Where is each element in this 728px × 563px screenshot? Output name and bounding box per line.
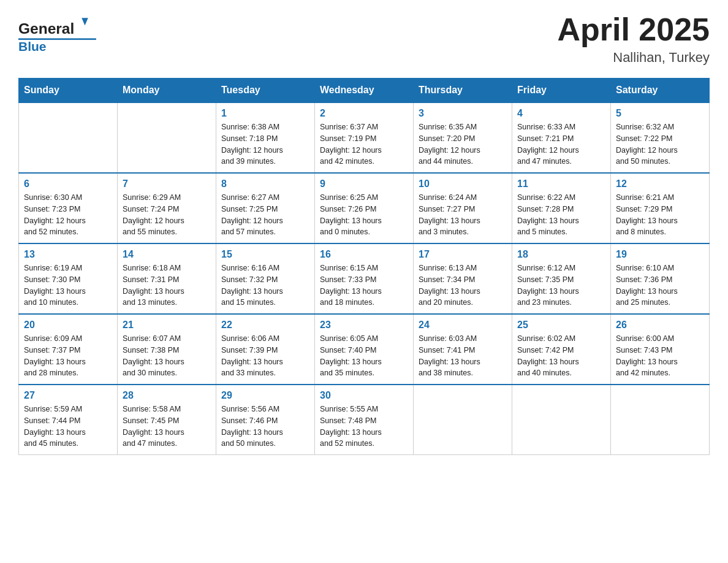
day-number: 5 — [616, 108, 704, 119]
day-info: Sunrise: 6:24 AMSunset: 7:27 PMDaylight:… — [419, 192, 507, 238]
day-info: Sunrise: 6:10 AMSunset: 7:36 PMDaylight:… — [616, 262, 704, 308]
day-number: 4 — [517, 108, 605, 119]
day-number: 14 — [123, 249, 211, 260]
calendar-cell: 6Sunrise: 6:30 AMSunset: 7:23 PMDaylight… — [19, 173, 118, 243]
day-info: Sunrise: 6:25 AMSunset: 7:26 PMDaylight:… — [320, 192, 408, 238]
day-number: 7 — [123, 178, 211, 190]
week-row-2: 6Sunrise: 6:30 AMSunset: 7:23 PMDaylight… — [19, 173, 710, 243]
day-info: Sunrise: 5:58 AMSunset: 7:45 PMDaylight:… — [123, 404, 211, 450]
calendar-cell: 11Sunrise: 6:22 AMSunset: 7:28 PMDayligh… — [512, 173, 611, 243]
calendar-cell: 9Sunrise: 6:25 AMSunset: 7:26 PMDaylight… — [315, 173, 414, 243]
calendar-cell: 4Sunrise: 6:33 AMSunset: 7:21 PMDaylight… — [512, 102, 611, 173]
day-number: 6 — [24, 178, 112, 190]
calendar-cell — [414, 385, 512, 455]
day-number: 13 — [24, 249, 112, 260]
day-number: 18 — [517, 249, 605, 260]
day-number: 8 — [221, 178, 309, 190]
day-number: 9 — [320, 178, 408, 190]
header-friday: Friday — [512, 79, 611, 103]
calendar-table: Sunday Monday Tuesday Wednesday Thursday… — [18, 78, 710, 455]
day-number: 15 — [221, 249, 309, 260]
calendar-cell: 21Sunrise: 6:07 AMSunset: 7:38 PMDayligh… — [118, 314, 216, 385]
page-header: General Blue April 2025 Nallihan, Turkey — [18, 12, 710, 66]
logo-svg: General Blue — [18, 12, 104, 55]
day-info: Sunrise: 6:07 AMSunset: 7:38 PMDaylight:… — [123, 333, 211, 379]
calendar-cell: 28Sunrise: 5:58 AMSunset: 7:45 PMDayligh… — [118, 385, 216, 455]
day-info: Sunrise: 6:32 AMSunset: 7:22 PMDaylight:… — [616, 121, 704, 167]
day-number: 17 — [419, 249, 507, 260]
day-number: 3 — [419, 108, 507, 119]
calendar-cell: 7Sunrise: 6:29 AMSunset: 7:24 PMDaylight… — [118, 173, 216, 243]
week-row-5: 27Sunrise: 5:59 AMSunset: 7:44 PMDayligh… — [19, 385, 710, 455]
svg-text:Blue: Blue — [18, 39, 47, 53]
calendar-cell: 15Sunrise: 6:16 AMSunset: 7:32 PMDayligh… — [216, 243, 315, 314]
day-number: 25 — [517, 320, 605, 331]
day-info: Sunrise: 6:35 AMSunset: 7:20 PMDaylight:… — [419, 121, 507, 167]
header-tuesday: Tuesday — [216, 79, 315, 103]
day-info: Sunrise: 6:06 AMSunset: 7:39 PMDaylight:… — [221, 333, 309, 379]
title-block: April 2025 Nallihan, Turkey — [557, 12, 710, 66]
day-info: Sunrise: 6:09 AMSunset: 7:37 PMDaylight:… — [24, 333, 112, 379]
header-sunday: Sunday — [19, 79, 118, 103]
calendar-cell — [118, 102, 216, 173]
calendar-cell: 30Sunrise: 5:55 AMSunset: 7:48 PMDayligh… — [315, 385, 414, 455]
day-info: Sunrise: 5:59 AMSunset: 7:44 PMDaylight:… — [24, 404, 112, 450]
calendar-cell — [512, 385, 611, 455]
day-info: Sunrise: 6:22 AMSunset: 7:28 PMDaylight:… — [517, 192, 605, 238]
calendar-cell: 13Sunrise: 6:19 AMSunset: 7:30 PMDayligh… — [19, 243, 118, 314]
calendar-cell: 12Sunrise: 6:21 AMSunset: 7:29 PMDayligh… — [611, 173, 710, 243]
day-info: Sunrise: 6:02 AMSunset: 7:42 PMDaylight:… — [517, 333, 605, 379]
day-number: 23 — [320, 320, 408, 331]
calendar-cell: 3Sunrise: 6:35 AMSunset: 7:20 PMDaylight… — [414, 102, 512, 173]
day-info: Sunrise: 6:29 AMSunset: 7:24 PMDaylight:… — [123, 192, 211, 238]
calendar-cell: 8Sunrise: 6:27 AMSunset: 7:25 PMDaylight… — [216, 173, 315, 243]
day-number: 1 — [221, 108, 309, 119]
calendar-cell: 20Sunrise: 6:09 AMSunset: 7:37 PMDayligh… — [19, 314, 118, 385]
header-thursday: Thursday — [414, 79, 512, 103]
day-number: 26 — [616, 320, 704, 331]
day-info: Sunrise: 6:12 AMSunset: 7:35 PMDaylight:… — [517, 262, 605, 308]
calendar-cell — [611, 385, 710, 455]
day-info: Sunrise: 6:37 AMSunset: 7:19 PMDaylight:… — [320, 121, 408, 167]
calendar-cell: 23Sunrise: 6:05 AMSunset: 7:40 PMDayligh… — [315, 314, 414, 385]
day-info: Sunrise: 6:15 AMSunset: 7:33 PMDaylight:… — [320, 262, 408, 308]
week-row-1: 1Sunrise: 6:38 AMSunset: 7:18 PMDaylight… — [19, 102, 710, 173]
day-number: 28 — [123, 390, 211, 401]
day-number: 10 — [419, 178, 507, 190]
day-info: Sunrise: 5:55 AMSunset: 7:48 PMDaylight:… — [320, 404, 408, 450]
day-info: Sunrise: 6:18 AMSunset: 7:31 PMDaylight:… — [123, 262, 211, 308]
day-number: 27 — [24, 390, 112, 401]
day-number: 24 — [419, 320, 507, 331]
calendar-cell: 10Sunrise: 6:24 AMSunset: 7:27 PMDayligh… — [414, 173, 512, 243]
day-number: 29 — [221, 390, 309, 401]
calendar-subtitle: Nallihan, Turkey — [557, 50, 710, 66]
calendar-cell: 19Sunrise: 6:10 AMSunset: 7:36 PMDayligh… — [611, 243, 710, 314]
day-number: 19 — [616, 249, 704, 260]
weekday-header-row: Sunday Monday Tuesday Wednesday Thursday… — [19, 79, 710, 103]
day-info: Sunrise: 5:56 AMSunset: 7:46 PMDaylight:… — [221, 404, 309, 450]
calendar-cell — [19, 102, 118, 173]
calendar-cell: 1Sunrise: 6:38 AMSunset: 7:18 PMDaylight… — [216, 102, 315, 173]
svg-text:General: General — [18, 20, 74, 37]
day-info: Sunrise: 6:21 AMSunset: 7:29 PMDaylight:… — [616, 192, 704, 238]
day-number: 20 — [24, 320, 112, 331]
day-number: 21 — [123, 320, 211, 331]
calendar-cell: 22Sunrise: 6:06 AMSunset: 7:39 PMDayligh… — [216, 314, 315, 385]
week-row-4: 20Sunrise: 6:09 AMSunset: 7:37 PMDayligh… — [19, 314, 710, 385]
day-info: Sunrise: 6:05 AMSunset: 7:40 PMDaylight:… — [320, 333, 408, 379]
week-row-3: 13Sunrise: 6:19 AMSunset: 7:30 PMDayligh… — [19, 243, 710, 314]
day-number: 2 — [320, 108, 408, 119]
calendar-cell: 26Sunrise: 6:00 AMSunset: 7:43 PMDayligh… — [611, 314, 710, 385]
calendar-cell: 16Sunrise: 6:15 AMSunset: 7:33 PMDayligh… — [315, 243, 414, 314]
calendar-cell: 27Sunrise: 5:59 AMSunset: 7:44 PMDayligh… — [19, 385, 118, 455]
day-number: 30 — [320, 390, 408, 401]
calendar-cell: 5Sunrise: 6:32 AMSunset: 7:22 PMDaylight… — [611, 102, 710, 173]
day-info: Sunrise: 6:00 AMSunset: 7:43 PMDaylight:… — [616, 333, 704, 379]
day-info: Sunrise: 6:13 AMSunset: 7:34 PMDaylight:… — [419, 262, 507, 308]
calendar-title: April 2025 — [557, 12, 710, 47]
day-info: Sunrise: 6:30 AMSunset: 7:23 PMDaylight:… — [24, 192, 112, 238]
day-info: Sunrise: 6:03 AMSunset: 7:41 PMDaylight:… — [419, 333, 507, 379]
calendar-cell: 17Sunrise: 6:13 AMSunset: 7:34 PMDayligh… — [414, 243, 512, 314]
day-number: 22 — [221, 320, 309, 331]
header-saturday: Saturday — [611, 79, 710, 103]
